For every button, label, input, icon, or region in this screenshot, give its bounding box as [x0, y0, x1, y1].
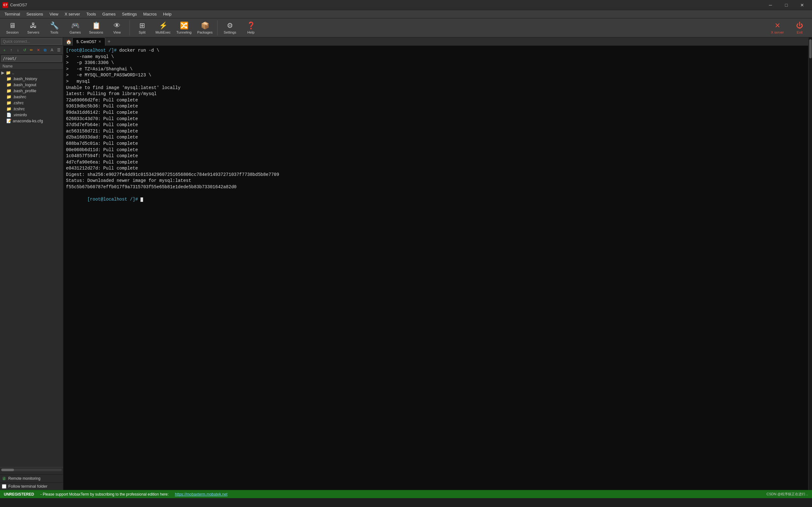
term-line-11: 99da31dd6142: Pull complete — [66, 110, 806, 116]
toolbar-games-btn[interactable]: 🎮 Games — [65, 19, 85, 37]
term-cont-3: > -p 3306:3306 \ — [66, 60, 114, 65]
file-tree[interactable]: ▶ 📁 .. 📁 .bash_history 📁 .bash_logout 📁 … — [0, 70, 63, 467]
sidebar-upload-btn[interactable]: ↑ — [8, 47, 14, 53]
quick-connect-input[interactable] — [1, 38, 62, 45]
menubar: Terminal Sessions View X server Tools Ga… — [0, 10, 812, 18]
menu-settings[interactable]: Settings — [119, 10, 140, 18]
app-icon-label: C7 — [3, 3, 7, 7]
sidebar-download-btn[interactable]: ↓ — [15, 47, 21, 53]
remote-monitoring-label: Remote monitoring — [8, 476, 40, 481]
close-button[interactable]: ✕ — [795, 0, 809, 10]
toolbar-xserver-btn[interactable]: ✕ X server — [768, 19, 787, 37]
term-out-11: 99da31dd6142: Pull complete — [66, 110, 138, 115]
term-out-22: Status: Downloaded newer image for mysql… — [66, 178, 191, 183]
sidebar-copy-btn[interactable]: ⧉ — [42, 47, 48, 53]
term-line-5: > -e MYSQL_ROOT_PASSWORD=123 \ — [66, 72, 806, 78]
toolbar-servers-btn[interactable]: 🖧 Servers — [23, 19, 43, 37]
tree-item-viminfo-label: .viminfo — [13, 112, 27, 117]
menu-games[interactable]: Games — [99, 10, 119, 18]
tab-centos7[interactable]: 5. CentOS7 ✕ — [72, 38, 105, 46]
follow-terminal-item[interactable]: Follow terminal folder — [0, 482, 63, 490]
toolbar-view-btn[interactable]: 👁 View — [107, 19, 127, 37]
toolbar-tunneling-btn[interactable]: 🔀 Tunneling — [174, 19, 194, 37]
tree-item-bash-logout-label: .bash_logout — [13, 82, 36, 87]
follow-terminal-checkbox[interactable] — [2, 484, 6, 489]
term-line-12: 626033c43d70: Pull complete — [66, 116, 806, 122]
terminal-content[interactable]: [root@localhost /]# docker run -d \ > --… — [63, 46, 808, 490]
remote-monitoring-item[interactable]: 🖥 Remote monitoring — [0, 474, 63, 482]
sidebar-bottom — [0, 467, 63, 474]
dotfolder-icon-3: 📁 — [6, 89, 11, 93]
menu-xserver[interactable]: X server — [61, 10, 83, 18]
tree-item-anaconda[interactable]: 📝 anaconda-ks.cfg — [0, 118, 63, 124]
minimize-button[interactable]: ─ — [763, 0, 778, 10]
toolbar-multiexec-label: MultiExec — [155, 31, 171, 34]
toolbar-multiexec-btn[interactable]: ⚡ MultiExec — [153, 19, 173, 37]
follow-terminal-label: Follow terminal folder — [8, 484, 48, 489]
toolbar-tools-label: Tools — [50, 31, 58, 34]
path-input[interactable] — [1, 55, 62, 62]
tab-home-btn[interactable]: 🏠 — [65, 38, 72, 46]
tree-item-bash-profile[interactable]: 📁 .bash_profile — [0, 88, 63, 94]
tree-item-viminfo[interactable]: 📄 .viminfo — [0, 112, 63, 118]
term-cont-6: > mysql — [66, 79, 90, 84]
toolbar-packages-btn[interactable]: 📦 Packages — [195, 19, 215, 37]
status-link[interactable]: https://mobaxterm.mobatek.net — [175, 492, 227, 497]
tree-item-bashrc[interactable]: 📁 .bashrc — [0, 94, 63, 100]
term-out-15: d2ba16033dad: Pull complete — [66, 135, 138, 140]
dotfolder-icon-5: 📁 — [6, 101, 11, 105]
toolbar-exit-btn[interactable]: ⏻ Exit — [790, 19, 809, 37]
toolbar-split-btn[interactable]: ⊞ Split — [132, 19, 152, 37]
term-line-2: > --name mysql \ — [66, 54, 806, 60]
menu-macros[interactable]: Macros — [140, 10, 160, 18]
terminal-scrollbar[interactable] — [808, 38, 812, 490]
term-line-4: > -e TZ=Asia/Shanghai \ — [66, 66, 806, 72]
titlebar: C7 CentOS7 ─ □ ✕ — [0, 0, 812, 10]
session-icon: 🖥 — [9, 21, 16, 30]
tree-item-cshrc[interactable]: 📁 .cshrc — [0, 100, 63, 106]
toolbar-help-btn[interactable]: ❓ Help — [241, 19, 261, 37]
toolbar-session-btn[interactable]: 🖥 Session — [3, 19, 22, 37]
configfile-icon: 📝 — [6, 118, 11, 123]
main-area: ＋ ↑ ↓ ↺ ✏ ✕ ⧉ A ☰ Name ▶ 📁 .. 📁 — [0, 38, 812, 490]
tree-item-bash-history-label: .bash_history — [13, 76, 37, 81]
terminal-cursor — [141, 198, 143, 202]
menu-terminal[interactable]: Terminal — [1, 10, 23, 18]
term-out-8: latest: Pulling from library/mysql — [66, 91, 157, 96]
sidebar-font-btn[interactable]: A — [49, 47, 55, 53]
scroll-thumb[interactable] — [809, 39, 812, 58]
term-out-14: ac563158d721: Pull complete — [66, 129, 138, 134]
sidebar-refresh-btn[interactable]: ↺ — [21, 47, 28, 53]
maximize-button[interactable]: □ — [779, 0, 794, 10]
menu-view[interactable]: View — [46, 10, 61, 18]
tab-centos7-close[interactable]: ✕ — [98, 40, 101, 44]
tab-add-btn[interactable]: + — [105, 38, 113, 46]
toolbar-settings-btn[interactable]: ⚙ Settings — [220, 19, 240, 37]
tree-item-bash-history[interactable]: 📁 .bash_history — [0, 76, 63, 82]
menu-tools[interactable]: Tools — [83, 10, 99, 18]
sidebar-scrollbar[interactable] — [1, 469, 62, 471]
multiexec-icon: ⚡ — [159, 21, 167, 30]
term-line-21: Digest: sha256:e9027fe4dd91c015342960725… — [66, 172, 806, 178]
tree-item-tcshrc[interactable]: 📁 .tcshrc — [0, 106, 63, 112]
toolbar-sessions-btn[interactable]: 📋 Sessions — [86, 19, 106, 37]
sidebar-new-btn[interactable]: ＋ — [1, 47, 7, 53]
sidebar-edit-btn[interactable]: ✏ — [29, 47, 35, 53]
monitor-icon: 🖥 — [2, 476, 6, 481]
term-line-8: latest: Pulling from library/mysql — [66, 91, 806, 97]
term-cmd-1: docker run -d \ — [119, 48, 159, 53]
sidebar-delete-btn[interactable]: ✕ — [35, 47, 41, 53]
tools-icon: 🔧 — [50, 21, 59, 30]
sidebar-toolbar: ＋ ↑ ↓ ↺ ✏ ✕ ⧉ A ☰ — [0, 46, 63, 55]
menu-sessions[interactable]: Sessions — [23, 10, 46, 18]
xserver-stop-icon: ✕ — [774, 21, 780, 30]
term-out-9: 72a69066d2fe: Pull complete — [66, 98, 138, 103]
tree-item-bashrc-label: .bashrc — [13, 95, 26, 99]
term-line-19: 4d7cfa90e6ea: Pull complete — [66, 159, 806, 166]
menu-help[interactable]: Help — [160, 10, 175, 18]
settings-icon: ⚙ — [227, 21, 233, 30]
tree-item-root[interactable]: ▶ 📁 .. — [0, 70, 63, 76]
tree-item-bash-logout[interactable]: 📁 .bash_logout — [0, 82, 63, 88]
sidebar-menu-btn[interactable]: ☰ — [56, 47, 62, 53]
toolbar-tools-btn[interactable]: 🔧 Tools — [44, 19, 64, 37]
